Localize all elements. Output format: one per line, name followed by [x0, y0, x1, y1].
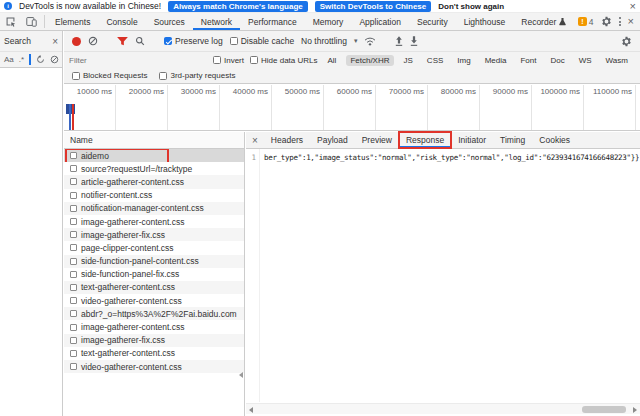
resource-type-fetch-xhr[interactable]: Fetch/XHR [346, 55, 393, 66]
timeline-tick: 90000 ms [480, 85, 532, 130]
resource-type-css[interactable]: CSS [423, 55, 447, 66]
table-row[interactable]: side-function-panel-fix.css [64, 268, 244, 281]
inspect-element-icon[interactable] [0, 13, 21, 30]
tab-lighthouse[interactable]: Lighthouse [456, 13, 514, 30]
disable-cache-label: Disable cache [241, 36, 294, 46]
import-har-icon[interactable] [395, 36, 403, 47]
device-toolbar-icon[interactable] [21, 13, 42, 30]
timeline-selection-handle[interactable] [66, 104, 75, 114]
match-case-button[interactable]: Aa [4, 55, 14, 64]
more-options-icon[interactable] [619, 17, 621, 26]
invert-checkbox[interactable]: Invert [213, 56, 244, 65]
tab-headers[interactable]: Headers [264, 132, 310, 148]
resource-icon [70, 165, 77, 172]
table-row[interactable]: video-gatherer-content.css [64, 294, 244, 307]
close-notification-icon[interactable]: × [630, 1, 636, 12]
blocked-requests-checkbox[interactable]: Blocked Requests [72, 71, 147, 80]
tab-cookies[interactable]: Cookies [532, 132, 577, 148]
response-viewer[interactable]: 1 ber_type":1,"image_status":"normal","r… [246, 149, 640, 402]
dont-show-again-button[interactable]: Don't show again [438, 2, 504, 11]
divider [44, 15, 45, 28]
table-row-aidemo[interactable]: aidemo [64, 149, 244, 162]
resource-icon [70, 218, 77, 225]
table-row[interactable]: page-clipper-content.css [64, 241, 244, 254]
export-har-icon[interactable] [410, 36, 418, 47]
tab-recorder[interactable]: Recorder [513, 13, 574, 30]
third-party-requests-checkbox[interactable]: 3rd-party requests [159, 71, 235, 80]
table-row[interactable]: text-gatherer-content.css [64, 281, 244, 294]
issues-counter[interactable]: ! 4 [578, 17, 594, 27]
hide-data-urls-checkbox[interactable]: Hide data URLs [250, 56, 317, 65]
tab-timing[interactable]: Timing [493, 132, 532, 148]
network-settings-gear-icon[interactable] [621, 36, 632, 47]
tab-initiator[interactable]: Initiator [451, 132, 493, 148]
resource-type-media[interactable]: Media [481, 55, 511, 66]
network-overview-timeline[interactable]: 10000 ms 20000 ms 30000 ms 40000 ms 5000… [64, 85, 640, 131]
tab-performance[interactable]: Performance [240, 13, 305, 30]
table-row[interactable]: image-gatherer-content.css [64, 215, 244, 228]
tab-payload[interactable]: Payload [310, 132, 355, 148]
search-network-icon[interactable] [135, 36, 145, 46]
tab-response[interactable]: Response [399, 132, 451, 148]
close-devtools-icon[interactable]: × [628, 16, 634, 27]
tab-application[interactable]: Application [351, 13, 409, 30]
table-row[interactable]: abdr?_o=https%3A%2F%2Fai.baidu.com [64, 307, 244, 320]
table-row[interactable]: notification-manager-content.css [64, 202, 244, 215]
name-column-header[interactable]: Name [64, 132, 244, 149]
preserve-log-checkbox[interactable]: Preserve log [164, 36, 223, 46]
resource-icon [70, 152, 77, 159]
network-conditions-icon[interactable] [364, 36, 376, 46]
tab-memory[interactable]: Memory [305, 13, 352, 30]
resource-icon [70, 337, 77, 344]
table-row[interactable]: notifier-content.css [64, 189, 244, 202]
tab-label: Sources [154, 17, 185, 27]
resource-type-ws[interactable]: WS [575, 55, 596, 66]
match-language-button[interactable]: Always match Chrome's language [168, 1, 308, 12]
regex-button[interactable]: .* [19, 55, 24, 64]
request-name: aidemo [81, 151, 109, 161]
close-search-icon[interactable]: × [52, 36, 58, 47]
chevron-down-icon[interactable]: ▾ [354, 37, 358, 45]
table-row[interactable]: text-gatherer-content.css [64, 347, 244, 360]
filter-funnel-icon[interactable] [117, 37, 128, 46]
clear-search-icon[interactable] [50, 55, 59, 64]
table-row[interactable]: video-gatherer-content.css [64, 360, 244, 373]
table-row[interactable]: article-gatherer-content.css [64, 175, 244, 188]
resource-type-js[interactable]: JS [400, 55, 417, 66]
close-detail-pane-icon[interactable]: × [246, 132, 264, 148]
checkbox-checked-icon [164, 37, 172, 45]
clear-network-log-icon[interactable] [88, 36, 98, 46]
resource-type-doc[interactable]: Doc [546, 55, 568, 66]
refresh-icon[interactable] [36, 55, 45, 64]
table-row[interactable]: side-function-panel-content.css [64, 255, 244, 268]
record-network-log-icon[interactable] [72, 37, 81, 46]
resource-type-wasm[interactable]: Wasm [602, 55, 632, 66]
table-row[interactable]: image-gatherer-content.css [64, 320, 244, 333]
scroll-left-arrow-icon[interactable] [249, 407, 253, 413]
experiment-flask-icon [559, 17, 566, 26]
resource-type-all[interactable]: All [324, 55, 341, 66]
column-resize-arrow-icon[interactable] [239, 372, 243, 378]
table-row[interactable]: source?requestUrl=/tracktype [64, 162, 244, 175]
settings-gear-icon[interactable] [601, 16, 612, 27]
resource-type-font[interactable]: Font [516, 55, 540, 66]
tab-console[interactable]: Console [98, 13, 145, 30]
tab-sources[interactable]: Sources [146, 13, 193, 30]
tab-security[interactable]: Security [409, 13, 456, 30]
scroll-right-arrow-icon[interactable] [633, 407, 637, 413]
switch-to-chinese-button[interactable]: Switch DevTools to Chinese [315, 1, 432, 12]
disable-cache-checkbox[interactable]: Disable cache [230, 36, 294, 46]
table-row[interactable]: image-gatherer-fix.css [64, 228, 244, 241]
throttling-dropdown[interactable]: No throttling [301, 36, 347, 46]
tab-network[interactable]: Network [193, 13, 240, 30]
resource-type-img[interactable]: Img [453, 55, 474, 66]
preserve-log-label: Preserve log [175, 36, 223, 46]
tab-elements[interactable]: Elements [47, 13, 98, 30]
table-row[interactable]: image-gatherer-fix.css [64, 334, 244, 347]
filter-input[interactable] [69, 56, 207, 65]
notification-bar: i DevTools is now available in Chinese! … [0, 0, 640, 13]
tab-preview[interactable]: Preview [355, 132, 399, 148]
horizontal-scrollbar[interactable] [246, 403, 640, 414]
scrollbar-thumb[interactable] [582, 406, 626, 413]
request-name: video-gatherer-content.css [81, 362, 182, 372]
